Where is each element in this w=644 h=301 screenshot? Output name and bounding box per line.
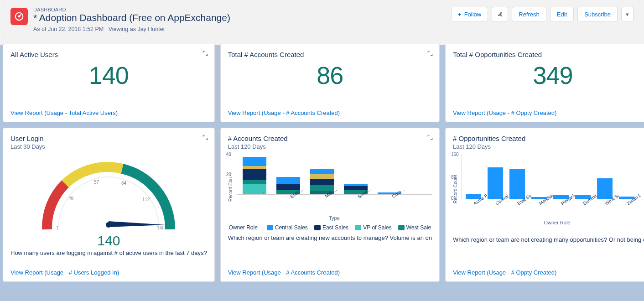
subscribe-button[interactable]: Subscribe [577,7,618,21]
dashboard-icon [10,8,28,25]
x-axis-label: Owner Role [462,220,644,225]
expand-icon[interactable] [425,48,436,59]
view-report-link[interactable]: View Report (Usage - # Users Logged In) [10,269,207,276]
card-caption: Which region or team are not creating ma… [453,236,644,243]
expand-icon[interactable] [200,132,211,143]
card-title: # Opportunities Created [453,135,644,142]
expand-icon[interactable] [200,48,211,59]
card-accounts-created: Total # Accounts Created 86 View Report … [220,44,440,122]
gauge-chart: 1 29 57 84 112 140 140 [10,152,207,249]
metric-value: 86 [228,61,432,89]
card-title: Total # Accounts Created [228,51,432,58]
expand-icon[interactable] [425,132,436,143]
view-report-link[interactable]: View Report (Usage - # Oppty Created) [453,109,644,116]
y-axis-label: Record Count [453,154,458,225]
gauge-tick: 1 [56,225,59,230]
card-title: # Accounts Created [228,135,432,142]
more-menu-button[interactable]: ▾ [621,7,634,21]
refresh-button[interactable]: Refresh [512,7,546,21]
view-report-link[interactable]: View Report (Usage - Total Active Users) [10,109,207,116]
card-subtitle: Last 30 Days [10,143,207,150]
card-caption: Which region or team are creating new ac… [228,234,432,241]
card-opps-created: Total # Opportunities Created 349 View R… [445,44,644,122]
card-title: Total # Opportunities Created [453,51,644,58]
metric-value: 140 [10,61,207,89]
gauge-tick: 57 [94,180,99,185]
dashboard-header: DASHBOARD * Adoption Dashboard (Free on … [3,2,641,38]
chevron-down-icon: ▾ [626,11,629,18]
header-actions: +Follow Refresh Edit Subscribe ▾ [451,7,634,32]
y-axis-label: Record Cou… [228,154,233,221]
view-report-link[interactable]: View Report (Usage - # Accounts Created) [228,269,432,276]
bar-chart: 160800 Acme Par… Central S… East Sales M… [462,154,644,225]
card-active-users: All Active Users 140 View Report (Usage … [3,44,215,122]
view-report-link[interactable]: View Report (Usage - # Accounts Created) [228,109,432,116]
card-opps-chart: # Opportunities Created Last 120 Days Re… [445,128,644,282]
card-user-login: User Login Last 30 Days 1 29 57 84 112 1… [3,128,215,282]
broadcast-button[interactable] [492,7,508,21]
header-meta: As of Jun 22, 2018 1:52 PM · Viewing as … [33,26,230,32]
card-title: User Login [10,135,207,142]
card-subtitle: Last 120 Days [228,143,432,150]
follow-button[interactable]: +Follow [451,7,488,21]
gauge-tick: 84 [121,181,127,186]
view-report-link[interactable]: View Report (Usage - # Oppty Created) [453,269,644,276]
header-eyebrow: DASHBOARD [33,7,230,12]
stacked-bar-chart: 4020 - Enter… Mid-… Small… Corp… Type [237,154,432,221]
svg-point-2 [106,222,111,228]
broadcast-icon [496,10,504,18]
gauge-value: 140 [97,233,120,249]
plus-icon: + [458,11,462,18]
edit-button[interactable]: Edit [550,7,574,21]
card-subtitle: Last 120 Days [453,143,644,150]
svg-point-1 [19,16,20,17]
page-title: * Adoption Dashboard (Free on AppExchang… [33,12,230,23]
metric-value: 349 [453,61,644,89]
dashboard-grid: All Active Users 140 View Report (Usage … [0,38,644,287]
card-title: All Active Users [10,51,207,58]
x-axis-label: Type [237,215,432,221]
chart-legend: Owner Role Central Sales East Sales VP o… [228,224,432,231]
gauge-tick: 112 [142,197,150,202]
gauge-tick: 29 [68,196,74,201]
gauge-tick: 140 [157,225,165,230]
card-accounts-chart: # Accounts Created Last 120 Days Record … [220,128,440,282]
card-caption: How many users are logging in against # … [10,249,207,256]
